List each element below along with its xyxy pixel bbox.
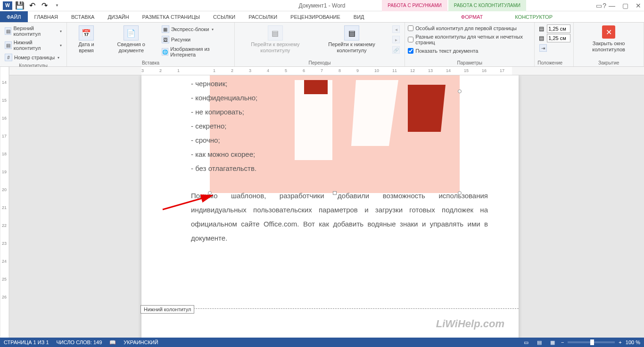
group-close: ✕Закрыть окно колонтитулов Закрытие [574, 23, 644, 66]
header-icon: ▤ [5, 27, 11, 35]
document-line[interactable]: - без отлагательств. [191, 161, 488, 176]
tab-insert[interactable]: ВСТАВКА [65, 11, 101, 22]
tab-home[interactable]: ГЛАВНАЯ [28, 11, 65, 22]
goto-footer-icon: ▤ [344, 25, 359, 40]
status-language[interactable]: УКРАИНСКИЙ [124, 339, 158, 345]
document-area[interactable]: - черновик;- конфиденциально;- не копиро… [9, 75, 644, 338]
online-pictures-button[interactable]: 🌐Изображения из Интернета [160, 45, 231, 58]
document-icon: 📄 [124, 25, 139, 40]
pictures-button[interactable]: 🖼Рисунки [160, 35, 231, 44]
document-line[interactable]: - как можно скорее; [191, 147, 488, 161]
status-word-count[interactable]: ЧИСЛО СЛОВ: 149 [57, 339, 102, 345]
footer-icon: ▤ [5, 41, 12, 49]
page[interactable]: - черновик;- конфиденциально;- не копиро… [141, 75, 519, 338]
zoom-slider[interactable] [568, 341, 615, 343]
footer-boundary [141, 308, 519, 309]
goto-footer-button[interactable]: ▤Перейти к нижнему колонтитулу [315, 24, 389, 55]
group-headers: ▤Верхний колонтитул▾ ▤Нижний колонтитул▾… [0, 23, 67, 66]
odd-even-checkbox[interactable]: Разные колонтитулы для четных и нечетных… [408, 33, 531, 46]
site-watermark-text: LiWiHelp.com [436, 318, 504, 330]
document-line[interactable]: - срочно; [191, 133, 488, 147]
group-navigation: ▤Перейти к верхнему колонтитулу ▤Перейти… [235, 23, 405, 66]
ribbon: ▤Верхний колонтитул▾ ▤Нижний колонтитул▾… [0, 23, 644, 67]
tab-format[interactable]: ФОРМАТ [454, 11, 490, 22]
view-web-layout-icon[interactable]: ▦ [548, 339, 557, 346]
globe-icon: 🌐 [162, 48, 169, 56]
document-title: Документ1 - Word [298, 2, 345, 9]
datetime-button[interactable]: 📅Дата и время [70, 24, 103, 55]
qat-customize-icon[interactable]: ▼ [51, 0, 62, 11]
vertical-ruler[interactable]: 14151617181920212223242526 [0, 67, 9, 338]
word-app-icon[interactable]: W [2, 0, 13, 11]
document-body-text[interactable]: - черновик;- конфиденциально;- не копиро… [191, 77, 488, 245]
undo-icon[interactable]: ↶ [26, 0, 38, 11]
close-window-icon[interactable]: ✕ [635, 2, 642, 9]
group-close-label: Закрытие [577, 59, 641, 65]
page-number-icon: # [5, 54, 12, 61]
document-line[interactable]: - конфиденциально; [191, 91, 488, 105]
tab-references[interactable]: ССЫЛКИ [206, 11, 242, 22]
contextual-headers-tab[interactable]: РАБОТА С КОЛОНТИТУЛАМИ [448, 0, 526, 11]
contextual-pictures-tab[interactable]: РАБОТА С РИСУНКАМИ [382, 0, 447, 11]
minimize-icon[interactable]: — [608, 2, 616, 9]
tab-mailings[interactable]: РАССЫЛКИ [242, 11, 284, 22]
insert-alignment-tab-button[interactable]: ⇥ [537, 43, 570, 53]
status-page[interactable]: СТРАНИЦА 1 ИЗ 1 [4, 339, 49, 345]
group-options: Особый колонтитул для первой страницы Ра… [405, 23, 535, 66]
save-icon[interactable]: 💾 [14, 0, 25, 11]
document-line[interactable]: - не копировать; [191, 105, 488, 119]
tab-view[interactable]: ВИД [347, 11, 371, 22]
page-number-button[interactable]: #Номер страницы▾ [3, 53, 64, 62]
document-line[interactable]: - секретно; [191, 119, 488, 133]
tab-design[interactable]: ДИЗАЙН [101, 11, 135, 22]
tab-icon: ⇥ [539, 44, 547, 52]
show-text-checkbox[interactable]: Показать текст документа [408, 47, 531, 55]
footer-from-bottom-icon: ▤ [537, 34, 545, 42]
tab-review[interactable]: РЕЦЕНЗИРОВАНИЕ [284, 11, 347, 22]
group-position: ▤ ▤ ⇥ Положение [535, 23, 574, 66]
svg-line-1 [163, 195, 212, 210]
group-position-label: Положение [537, 59, 562, 65]
quickparts-button[interactable]: ▦Экспресс-блоки▾ [160, 24, 231, 34]
tab-file[interactable]: ФАЙЛ [0, 11, 28, 22]
horizontal-ruler[interactable]: 3211234567891011121314151617 [9, 67, 644, 75]
annotation-arrow-icon [160, 193, 217, 212]
title-bar: W 💾 ↶ ↷ ▼ Документ1 - Word РАБОТА С РИСУ… [0, 0, 644, 11]
quick-access-toolbar: W 💾 ↶ ↷ ▼ [0, 0, 62, 11]
zoom-level[interactable]: 100 % [626, 339, 640, 345]
goto-header-icon: ▤ [268, 25, 283, 40]
zoom-slider-thumb[interactable] [590, 339, 594, 345]
view-read-mode-icon[interactable]: ▭ [521, 339, 531, 346]
header-button[interactable]: ▤Верхний колонтитул▾ [3, 24, 64, 38]
view-print-layout-icon[interactable]: ▤ [535, 339, 544, 346]
link-button: 🔗 [390, 45, 402, 55]
group-insert-label: Вставка [70, 59, 231, 65]
zoom-out-button[interactable]: − [561, 339, 564, 345]
ribbon-display-icon[interactable]: ▭ [595, 2, 603, 9]
zoom-in-button[interactable]: + [619, 339, 621, 345]
picture-icon: 🖼 [162, 36, 169, 43]
status-bar: СТРАНИЦА 1 ИЗ 1 ЧИСЛО СЛОВ: 149 📖 УКРАИН… [0, 338, 644, 347]
footer-label-tab[interactable]: Нижний колонтитул [140, 305, 194, 314]
footer-from-bottom-input[interactable] [547, 34, 570, 42]
group-options-label: Параметры [408, 59, 531, 65]
header-from-top-input[interactable] [547, 24, 570, 33]
maximize-icon[interactable]: ▢ [621, 2, 629, 9]
close-icon: ✕ [602, 25, 615, 39]
close-header-footer-button[interactable]: ✕Закрыть окно колонтитулов [577, 24, 641, 54]
header-from-top-icon: ▤ [537, 25, 545, 32]
document-paragraph[interactable]: Помимо шаблонов, разработчики добавили в… [191, 189, 488, 245]
status-spellcheck-icon[interactable]: 📖 [109, 339, 116, 346]
next-button: ▸ [390, 35, 402, 44]
redo-icon[interactable]: ↷ [39, 0, 50, 11]
tab-constructor[interactable]: КОНСТРУКТОР [508, 11, 559, 22]
first-page-checkbox[interactable]: Особый колонтитул для первой страницы [408, 24, 531, 32]
quickparts-icon: ▦ [162, 25, 169, 33]
tab-layout[interactable]: РАЗМЕТКА СТРАНИЦЫ [136, 11, 206, 22]
document-line[interactable]: - черновик; [191, 77, 488, 91]
footer-button[interactable]: ▤Нижний колонтитул▾ [3, 39, 64, 52]
group-nav-label: Переходы [238, 59, 402, 65]
group-insert: 📅Дата и время 📄Сведения о документе ▦Экс… [67, 23, 235, 66]
goto-header-button[interactable]: ▤Перейти к верхнему колонтитулу [238, 24, 313, 55]
doc-info-button[interactable]: 📄Сведения о документе [105, 24, 158, 55]
